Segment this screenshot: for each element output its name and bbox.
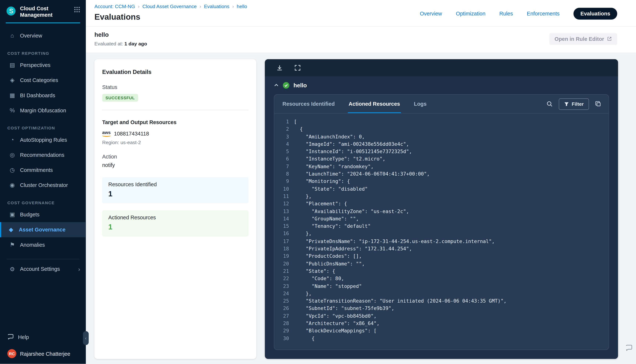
line-content: "AmiLaunchIndex": 0, — [294, 133, 365, 140]
line-content: }, — [294, 230, 311, 238]
budgets-icon: ▣ — [9, 212, 16, 217]
code-line: 30 { — [274, 334, 608, 342]
module-grid-icon[interactable] — [74, 6, 80, 14]
code-line: 12 "Placement": { — [274, 200, 608, 208]
sidebar-item-label: Cluster Orchestrator — [20, 182, 68, 188]
chevron-right-icon: › — [78, 266, 80, 272]
tab-actioned-resources[interactable]: Actioned Resources — [348, 95, 401, 113]
sidebar-item-autostopping-rules[interactable]: ◔AutoStopping Rules — [0, 132, 86, 147]
line-content: "State": "disabled" — [294, 185, 368, 193]
viewer-controls: Filter — [546, 98, 601, 110]
copy-icon[interactable] — [595, 101, 601, 107]
filter-button[interactable]: Filter — [558, 98, 589, 110]
sidebar-item-asset-governance[interactable]: ◆Asset Governance — [0, 222, 86, 237]
margin-obfuscation-icon: % — [9, 108, 16, 113]
stat-label: Actioned Resources — [108, 214, 242, 220]
breadcrumb-hello[interactable]: hello — [237, 4, 247, 10]
stat-actioned-resources: Actioned Resources1 — [102, 210, 248, 236]
sidebar-item-bi-dashboards[interactable]: ▦BI Dashboards — [0, 88, 86, 103]
line-number: 16 — [274, 230, 294, 238]
download-icon[interactable] — [276, 64, 283, 71]
line-number: 21 — [274, 268, 294, 275]
code-editor[interactable]: 1[2 {3 "AmiLaunchIndex": 0,4 "ImageId": … — [274, 114, 608, 350]
code-line: 18 "PrivateIpAddress": "172.31.44.254", — [274, 245, 608, 252]
evaluation-details-card: Evaluation Details Status SUCCESSFUL Tar… — [94, 59, 256, 359]
line-number: 22 — [274, 275, 294, 282]
line-number: 27 — [274, 312, 294, 320]
sidebar-item-anomalies[interactable]: ⚑Anomalies — [0, 237, 86, 252]
tab-logs[interactable]: Logs — [413, 95, 428, 113]
evaluated-at: Evaluated at: 1 day ago — [94, 41, 147, 46]
line-content: "ImageId": "ami-002438e556dd03e4c", — [294, 140, 409, 148]
help-button[interactable]: Help — [7, 334, 78, 340]
nav-optimization[interactable]: Optimization — [456, 11, 485, 17]
sidebar-item-cost-categories[interactable]: ◈Cost Categories — [0, 72, 86, 88]
sidebar-item-cluster-orchestrator[interactable]: ◉Cluster Orchestrator — [0, 178, 86, 193]
code-line: 5 "InstanceId": "i-00512145e7372325d", — [274, 148, 608, 155]
search-icon[interactable] — [546, 101, 552, 107]
line-content: "Architecture": "x86_64", — [294, 320, 380, 327]
line-number: 12 — [274, 200, 294, 208]
line-content: "State": { — [294, 268, 335, 275]
line-number: 24 — [274, 290, 294, 298]
line-number: 29 — [274, 327, 294, 335]
sidebar-item-budgets[interactable]: ▣Budgets — [0, 207, 86, 222]
line-content: { — [294, 126, 303, 133]
sidebar-item-overview[interactable]: ⌂Overview — [0, 28, 86, 43]
line-number: 30 — [274, 334, 294, 342]
breadcrumb-cloud-asset-governance[interactable]: Cloud Asset Governance — [142, 4, 197, 10]
nav-enforcements[interactable]: Enforcements — [527, 11, 560, 17]
sidebar-item-margin-obfuscation[interactable]: %Margin Obfuscation — [0, 103, 86, 118]
success-check-icon — [283, 82, 289, 88]
code-line: 27 "VpcId": "vpc-bb845bd0", — [274, 312, 608, 320]
line-content: "PrivateIpAddress": "172.31.44.254", — [294, 245, 412, 252]
code-line: 29 "BlockDeviceMappings": [ — [274, 327, 608, 335]
line-number: 17 — [274, 238, 294, 245]
code-line: 2 { — [274, 126, 608, 133]
code-line: 3 "AmiLaunchIndex": 0, — [274, 133, 608, 140]
content-area: Evaluation Details Status SUCCESSFUL Tar… — [86, 53, 636, 364]
line-number: 26 — [274, 305, 294, 312]
asset-governance-icon: ◆ — [7, 227, 15, 232]
breadcrumb-evaluations[interactable]: Evaluations — [204, 4, 229, 10]
sidebar-item-perspectives[interactable]: ▤Perspectives — [0, 58, 86, 72]
nav-rules[interactable]: Rules — [499, 11, 513, 17]
line-content: "GroupName": "", — [294, 215, 359, 223]
sidebar-collapse-handle[interactable]: ‹ — [83, 331, 89, 345]
line-content: "InstanceId": "i-00512145e7372325d", — [294, 148, 412, 155]
sidebar-item-recommendations[interactable]: ◎Recommendations — [0, 147, 86, 162]
sidebar-item-label: Anomalies — [20, 242, 45, 248]
sidebar-item-account-settings[interactable]: ⚙ Account Settings › — [0, 261, 86, 277]
fullscreen-icon[interactable] — [294, 64, 301, 71]
page-title: Evaluations — [94, 12, 247, 22]
line-number: 1 — [274, 118, 294, 126]
line-content: "VpcId": "vpc-bb845bd0", — [294, 312, 377, 320]
nav-overview[interactable]: Overview — [420, 11, 442, 17]
chevron-up-icon[interactable] — [274, 83, 279, 88]
line-number: 9 — [274, 178, 294, 185]
tab-resources-identified[interactable]: Resources Identified — [281, 95, 336, 113]
code-line: 7 "KeyName": "randomkey", — [274, 163, 608, 170]
breadcrumb-separator: › — [232, 4, 234, 10]
line-number: 13 — [274, 208, 294, 215]
breadcrumb-account-ccm-ng[interactable]: Account: CCM-NG — [94, 4, 135, 10]
open-rule-editor-button[interactable]: Open in Rule Editor — [549, 33, 617, 45]
nav-evaluations[interactable]: Evaluations — [573, 8, 617, 20]
line-number: 19 — [274, 252, 294, 260]
action-label: Action — [102, 154, 248, 160]
stat-label: Resources Identified — [108, 181, 242, 187]
line-content: }, — [294, 193, 311, 200]
line-content: }, — [294, 290, 311, 298]
app-root: Cloud Cost Management ⌂OverviewCOST REPO… — [0, 0, 636, 364]
line-content: "LaunchTime": "2024-06-06T04:41:37+00:00… — [294, 170, 430, 178]
sidebar: Cloud Cost Management ⌂OverviewCOST REPO… — [0, 0, 86, 364]
line-number: 14 — [274, 215, 294, 223]
sidebar-nav: ⌂OverviewCOST REPORTING▤Perspectives◈Cos… — [0, 28, 86, 252]
line-number: 20 — [274, 260, 294, 268]
user-profile[interactable]: RC Rajarshee Chatterjee — [7, 349, 78, 358]
line-content: "InstanceType": "t2.micro", — [294, 155, 385, 163]
sidebar-item-commitments[interactable]: ◷Commitments — [0, 162, 86, 178]
code-line: 13 "AvailabilityZone": "us-east-2c", — [274, 208, 608, 215]
line-number: 7 — [274, 163, 294, 170]
feedback-icon[interactable] — [625, 344, 633, 353]
